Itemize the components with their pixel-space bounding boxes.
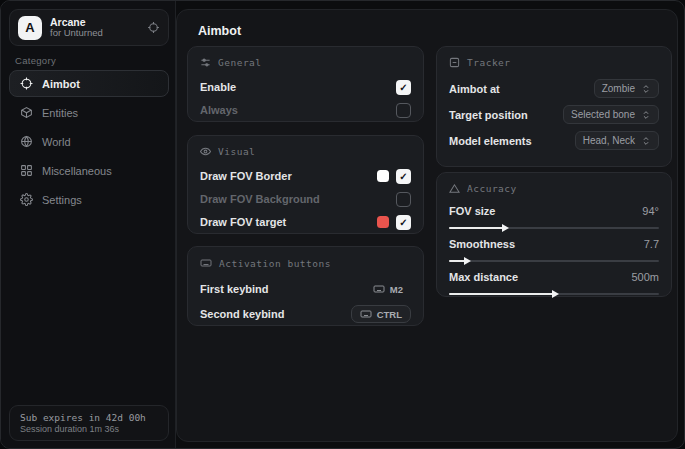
slider-value: 94° — [642, 205, 659, 217]
card-title: Visual — [218, 146, 255, 157]
smoothness-slider[interactable] — [449, 260, 659, 262]
accuracy-card-header: Accuracy — [449, 183, 659, 194]
fov-target-checkbox[interactable]: ✓ — [396, 215, 411, 230]
fov-border-color-swatch[interactable] — [377, 170, 389, 182]
keybind-value: CTRL — [377, 309, 402, 320]
slider-thumb[interactable] — [552, 290, 559, 298]
setting-row: Always — [200, 99, 411, 121]
subscription-info-card: Sub expires in 42d 00h Session duration … — [9, 405, 169, 441]
sidebar-item-aimbot[interactable]: Aimbot — [9, 70, 169, 97]
setting-row: Aimbot at Zombie — [449, 76, 659, 101]
sidebar-item-label: Settings — [42, 194, 82, 206]
sidebar-item-entities[interactable]: Entities — [9, 99, 169, 126]
setting-row: Model elements Head, Neck — [449, 128, 659, 153]
setting-row: First keybind M2 — [200, 277, 411, 301]
smoothness-slider-row: Smoothness 7.7 — [449, 235, 659, 262]
chevrons-up-down-icon — [641, 84, 651, 94]
target-position-dropdown[interactable]: Selected bone — [563, 105, 659, 124]
brand-text: Arcane for Unturned — [50, 16, 147, 39]
second-keybind-button[interactable]: CTRL — [351, 305, 411, 323]
setting-row: Second keybind CTRL — [200, 302, 411, 326]
sliders-icon — [200, 57, 211, 68]
fov-size-slider[interactable] — [449, 227, 659, 229]
setting-label: Draw FOV target — [200, 216, 286, 228]
accuracy-card: Accuracy FOV size 94° Smoothness 7.7 — [436, 172, 672, 297]
session-duration-text: Session duration 1m 36s — [20, 424, 158, 434]
scan-frame-icon — [449, 57, 460, 68]
app-logo: A — [18, 16, 42, 40]
setting-row: Draw FOV Border ✓ — [200, 165, 411, 187]
sidebar-item-settings[interactable]: Settings — [9, 186, 169, 213]
cube-icon — [20, 106, 33, 119]
globe-icon — [20, 135, 33, 148]
dropdown-value: Zombie — [602, 83, 635, 94]
setting-row: Draw FOV Background — [200, 188, 411, 210]
crosshair-settings-icon[interactable] — [147, 21, 160, 34]
fov-target-color-swatch[interactable] — [377, 216, 389, 228]
keyboard-icon — [373, 283, 385, 295]
sidebar-item-label: Miscellaneous — [42, 165, 112, 177]
setting-label: Enable — [200, 81, 236, 93]
sidebar-item-miscellaneous[interactable]: Miscellaneous — [9, 157, 169, 184]
enable-checkbox[interactable]: ✓ — [396, 80, 411, 95]
visual-card-header: Visual — [200, 146, 411, 157]
general-card: General Enable ✓ Always — [187, 46, 424, 122]
sidebar-item-label: World — [42, 136, 71, 148]
model-elements-dropdown[interactable]: Head, Neck — [575, 131, 659, 150]
visual-card: Visual Draw FOV Border ✓ Draw FOV Backgr… — [187, 135, 424, 234]
dropdown-value: Head, Neck — [583, 135, 635, 146]
setting-label: Second keybind — [200, 308, 284, 320]
dropdown-value: Selected bone — [571, 109, 635, 120]
general-card-header: General — [200, 57, 411, 68]
activation-buttons-card: Activation buttons First keybind M2 Seco… — [187, 246, 424, 326]
main-panel: Aimbot General Enable ✓ Always — [176, 9, 678, 442]
gear-icon — [20, 193, 33, 206]
eye-icon — [200, 146, 211, 157]
card-title: Accuracy — [467, 183, 517, 194]
app-subtitle: for Unturned — [50, 28, 147, 39]
setting-label: Draw FOV Background — [200, 193, 320, 205]
keyboard-icon — [200, 257, 212, 269]
tracker-card: Tracker Aimbot at Zombie Target position… — [436, 46, 672, 167]
setting-label: Model elements — [449, 135, 532, 147]
aimbot-at-dropdown[interactable]: Zombie — [594, 79, 659, 98]
setting-label: First keybind — [200, 283, 268, 295]
keyboard-icon — [360, 308, 372, 320]
keybind-value: M2 — [390, 284, 403, 295]
slider-value: 7.7 — [644, 238, 659, 250]
slider-label: FOV size — [449, 205, 495, 217]
sidebar: A Arcane for Unturned Category Aimbot — [1, 1, 176, 448]
fov-border-checkbox[interactable]: ✓ — [396, 169, 411, 184]
sidebar-nav: Aimbot Entities World Miscellaneous — [9, 70, 169, 215]
setting-label: Always — [200, 104, 238, 116]
slider-label: Smoothness — [449, 238, 515, 250]
card-title: Tracker — [467, 57, 511, 68]
triangle-icon — [449, 183, 460, 194]
chevrons-up-down-icon — [641, 110, 651, 120]
activation-card-header: Activation buttons — [200, 257, 411, 269]
sidebar-item-label: Aimbot — [42, 78, 80, 90]
card-title: General — [218, 57, 262, 68]
sidebar-item-label: Entities — [42, 107, 78, 119]
tracker-card-header: Tracker — [449, 57, 659, 68]
slider-thumb[interactable] — [502, 224, 509, 232]
setting-row: Draw FOV target ✓ — [200, 211, 411, 233]
max-distance-slider-row: Max distance 500m — [449, 268, 659, 295]
fov-background-checkbox[interactable] — [396, 192, 411, 207]
max-distance-slider[interactable] — [449, 293, 659, 295]
sub-expires-text: Sub expires in 42d 00h — [20, 412, 158, 423]
fov-size-slider-row: FOV size 94° — [449, 202, 659, 229]
slider-thumb[interactable] — [464, 257, 471, 265]
slider-label: Max distance — [449, 271, 518, 283]
slider-value: 500m — [631, 271, 659, 283]
setting-row: Enable ✓ — [200, 76, 411, 98]
brand-card: A Arcane for Unturned — [9, 9, 169, 46]
grid-icon — [20, 164, 33, 177]
setting-label: Target position — [449, 109, 528, 121]
first-keybind-button[interactable]: M2 — [365, 280, 411, 298]
setting-label: Draw FOV Border — [200, 170, 292, 182]
category-label: Category — [15, 55, 56, 66]
sidebar-item-world[interactable]: World — [9, 128, 169, 155]
always-checkbox[interactable] — [396, 103, 411, 118]
card-title: Activation buttons — [219, 258, 331, 269]
